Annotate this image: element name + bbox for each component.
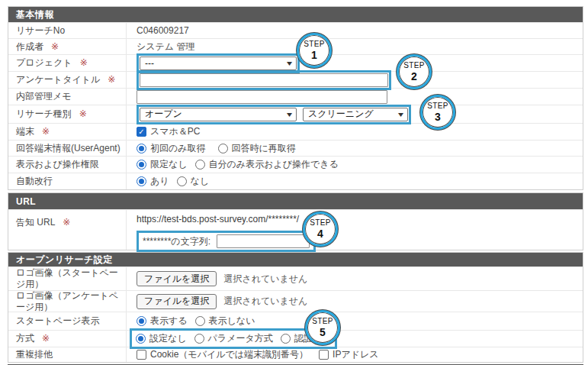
start-page-radio-hide[interactable]: [195, 316, 205, 326]
permission-radio-self-only[interactable]: [195, 160, 205, 170]
row-dedup: 重複排他 Cookie（モバイルでは端末識別番号） IPアドレス: [8, 347, 583, 362]
dedup-ip-checkbox[interactable]: [319, 350, 329, 360]
section-url: URL 告知 URL※ https://test-bds.post-survey…: [8, 192, 583, 250]
start-page-option-label: 表示しない: [209, 315, 255, 328]
row-start-page-display: スタートページ表示 表示する 表示しない: [8, 312, 583, 330]
permission-option-label: 自分のみ表示および操作できる: [209, 158, 339, 171]
internal-memo-input[interactable]: [137, 90, 387, 104]
permission-radio-unlimited[interactable]: [137, 160, 146, 170]
url-string-label: ********の文字列:: [143, 235, 210, 248]
row-internal-memo: 内部管理メモ: [8, 88, 583, 105]
user-agent-option-label: 回答時に再取得: [232, 142, 296, 155]
dedup-cookie-checkbox[interactable]: [137, 350, 146, 360]
user-agent-label: 回答端末情報(UserAgent): [16, 143, 120, 154]
logo-survey-file-status: 選択されていません: [223, 295, 307, 308]
required-mark: ※: [42, 333, 50, 344]
method-radio-none[interactable]: [136, 334, 146, 344]
row-user-agent: 回答端末情報(UserAgent) 初回のみ取得 回答時に再取得: [8, 140, 583, 156]
row-project: プロジェクト※ --- ▾: [8, 54, 583, 71]
step-badge-2: STEP 2: [397, 54, 432, 89]
step-badge-number: 1: [311, 50, 317, 60]
dedup-option-label: Cookie（モバイルでは端末識別番号）: [150, 348, 308, 361]
step-badge-number: 3: [435, 111, 441, 122]
required-mark: ※: [79, 108, 87, 120]
url-string-input[interactable]: [217, 234, 310, 248]
step-badge-label: STEP: [304, 40, 324, 48]
research-type-label: リサーチ種別: [16, 108, 72, 120]
row-survey-title: アンケートタイトル※: [8, 71, 583, 88]
auto-linebreak-radio-on[interactable]: [137, 176, 146, 186]
chevron-down-icon: ▾: [287, 111, 292, 118]
logo-survey-file-button[interactable]: ファイルを選択: [137, 294, 217, 309]
section-header-open-research: オープンリサーチ設定: [8, 253, 583, 266]
project-label: プロジェクト: [16, 57, 72, 69]
step-badge-label: STEP: [403, 62, 424, 69]
research-type-highlight-box: オープン ▾ スクリーニング ▾: [137, 105, 411, 124]
logo-start-label: ロゴ画像（スタートページ用）: [16, 267, 123, 290]
user-agent-radio-first[interactable]: [137, 144, 146, 153]
auto-linebreak-radio-off[interactable]: [177, 176, 187, 186]
step-badge-number: 4: [317, 228, 323, 239]
research-no-label: リサーチNo: [16, 25, 65, 37]
row-creator: 作成者※ システム 管理: [8, 38, 583, 54]
row-research-no: リサーチNo C046009217: [8, 22, 583, 38]
row-logo-survey-page: ロゴ画像（アンケートページ用） ファイルを選択 選択されていません: [8, 290, 583, 312]
logo-survey-label: ロゴ画像（アンケートページ用）: [16, 290, 123, 313]
device-label: 端末: [16, 126, 34, 137]
method-radio-parameter[interactable]: [194, 334, 204, 344]
step-badge-4: STEP 4: [303, 212, 338, 247]
research-subtype-selected-value: スクリーニング: [308, 108, 374, 121]
row-notice-url: 告知 URL※ https://test-bds.post-survey.com…: [8, 209, 583, 250]
section-header-url: URL: [8, 193, 583, 209]
section-header-basic-info: 基本情報: [8, 7, 583, 22]
start-page-option-label: 表示する: [150, 315, 188, 328]
research-type-select[interactable]: オープン ▾: [140, 108, 297, 121]
url-string-highlight-box: ********の文字列:: [137, 231, 316, 252]
row-device: 端末※ ✓ スマホ＆PC: [8, 123, 583, 140]
required-mark: ※: [80, 57, 88, 69]
user-agent-option-label: 初回のみ取得: [150, 142, 206, 155]
survey-title-highlight-box: [137, 70, 391, 90]
notice-url-label: 告知 URL: [16, 217, 55, 228]
row-research-type: リサーチ種別※ オープン ▾ スクリーニング ▾: [8, 105, 583, 123]
required-mark: ※: [108, 74, 115, 86]
survey-title-input[interactable]: [140, 73, 388, 87]
device-option-label: スマホ＆PC: [150, 125, 201, 138]
step-badge-label: STEP: [310, 219, 330, 227]
required-mark: ※: [63, 217, 70, 228]
required-mark: ※: [51, 41, 59, 53]
creator-value: システム 管理: [137, 40, 194, 53]
method-option-label: 設定なし: [149, 332, 187, 345]
research-no-value: C046009217: [137, 25, 189, 36]
device-checkbox[interactable]: ✓: [137, 127, 146, 137]
step-badge-number: 5: [320, 327, 326, 338]
start-page-label: スタートページ表示: [16, 315, 99, 327]
notice-url-value: https://test-bds.post-survey.com/*******…: [137, 214, 299, 224]
survey-title-label: アンケートタイトル: [16, 74, 100, 86]
dedup-option-label: IPアドレス: [333, 348, 378, 361]
user-agent-radio-refetch[interactable]: [218, 144, 228, 153]
method-radio-auth[interactable]: [281, 334, 291, 344]
project-select[interactable]: --- ▾: [140, 57, 297, 70]
step-badge-1: STEP 1: [297, 33, 332, 68]
step-badge-3: STEP 3: [420, 95, 455, 130]
logo-start-file-status: 選択されていません: [223, 273, 307, 286]
step-badge-label: STEP: [312, 318, 333, 325]
section-basic-info: 基本情報 リサーチNo C046009217 作成者※ システム 管理 プロジェ…: [8, 6, 583, 190]
row-auto-linebreak: 自動改行 あり なし: [8, 173, 583, 189]
permission-label: 表示および操作権限: [16, 159, 99, 170]
research-subtype-select[interactable]: スクリーニング ▾: [303, 108, 408, 121]
chevron-down-icon: ▾: [398, 111, 403, 118]
auto-linebreak-option-label: あり: [150, 175, 169, 188]
auto-linebreak-label: 自動改行: [16, 176, 53, 187]
project-selected-value: ---: [145, 58, 154, 69]
step-badge-5: STEP 5: [305, 310, 340, 345]
start-page-radio-show[interactable]: [137, 316, 146, 326]
row-method: 方式※ 設定なし パラメータ方式 認証方式: [8, 330, 583, 347]
creator-label: 作成者: [16, 41, 43, 53]
method-label: 方式: [16, 333, 34, 344]
method-option-label: パラメータ方式: [208, 332, 273, 345]
chevron-down-icon: ▾: [287, 60, 292, 67]
logo-start-file-button[interactable]: ファイルを選択: [137, 271, 217, 286]
section-open-research: オープンリサーチ設定 ロゴ画像（スタートページ用） ファイルを選択 選択されてい…: [8, 252, 583, 363]
